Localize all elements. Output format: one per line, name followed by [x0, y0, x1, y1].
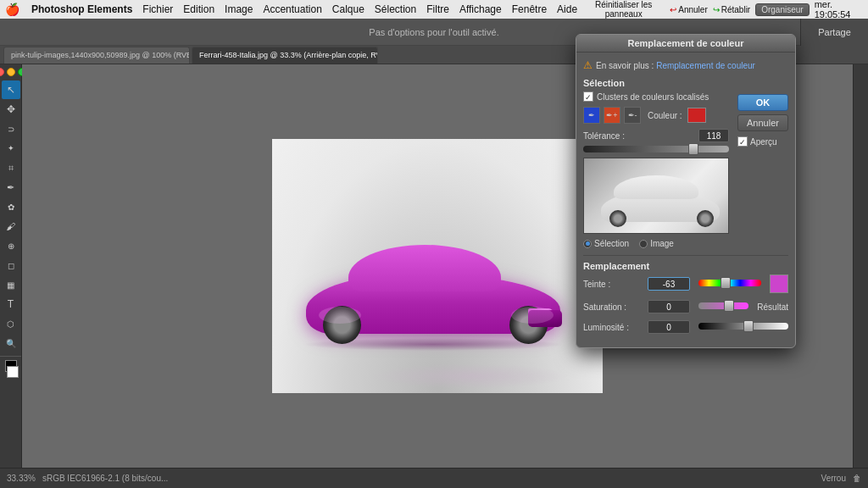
tool-gradient[interactable]: ▦ [2, 275, 20, 294]
tolerance-thumb[interactable] [688, 143, 698, 155]
saturation-slider[interactable] [698, 302, 748, 309]
trash-icon[interactable]: 🗑 [853, 474, 861, 483]
org-panel: Partage [800, 19, 868, 46]
annuler-button[interactable]: ↩Annuler [670, 5, 707, 14]
right-panel [853, 64, 868, 468]
tool-magic[interactable]: ✦ [2, 139, 20, 158]
radio-selection[interactable]: Sélection [583, 239, 629, 248]
zoom-level: 33.33% [7, 474, 36, 483]
eyedropper-tool-2[interactable]: ✒+ [604, 107, 620, 124]
help-icon: ⚠ [583, 59, 593, 71]
menu-accentuation[interactable]: Accentuation [263, 3, 321, 15]
radio-image[interactable]: Image [639, 239, 674, 248]
teinte-value-box[interactable]: -63 [648, 277, 690, 291]
tool-crop[interactable]: ⌗ [2, 158, 20, 177]
saturation-label: Saturation : [583, 302, 643, 312]
menu-aide[interactable]: Aide [557, 3, 577, 15]
couleur-label: Couleur : [648, 111, 682, 120]
tool-lasso[interactable]: ⊃ [2, 119, 20, 138]
help-link[interactable]: Remplacement de couleur [656, 61, 755, 70]
radio-selection-label: Sélection [594, 239, 629, 248]
tool-clone[interactable]: ⊕ [2, 236, 20, 255]
radio-row: Sélection Image [583, 239, 729, 248]
lock-label: Verrou [821, 474, 846, 483]
menu-photoshop[interactable]: Photoshop Elements [31, 3, 132, 15]
resultat-label-2: Résultat [757, 302, 788, 312]
tolerance-slider[interactable] [583, 146, 729, 152]
apple-menu[interactable]: 🍎 [5, 3, 19, 16]
ok-button[interactable]: OK [737, 94, 788, 111]
preview-car [597, 169, 724, 229]
radio-image-btn[interactable] [639, 240, 648, 248]
apercu-checkbox[interactable]: Aperçu [737, 135, 788, 148]
cancel-dialog-button[interactable]: Annuler [737, 114, 788, 131]
partage-label: Partage [818, 27, 851, 37]
menu-bar: 🍎 Photoshop Elements Fichier Edition Ima… [0, 0, 868, 19]
teinte-row: Teinte : -63 Résultat [583, 274, 788, 293]
couleur-swatch[interactable] [687, 108, 706, 123]
saturation-value-box[interactable]: 0 [648, 300, 690, 313]
radio-selection-btn[interactable] [583, 240, 592, 248]
menu-image[interactable]: Image [225, 3, 253, 15]
retablir-button[interactable]: ↪Rétablir [713, 5, 750, 14]
eyedropper-tool-1[interactable]: ✒ [583, 107, 600, 124]
tab-1-label: Ferrari-458-Italia.jpg @ 33.3% (Arrière-… [199, 51, 378, 59]
tool-brush[interactable]: 🖌 [2, 217, 20, 236]
reset-panels-button[interactable]: Réinitialiser les panneaux [582, 0, 665, 19]
left-toolbox: ↖ ✥ ⊃ ✦ ⌗ ✒ ✿ 🖌 ⊕ ◻ ▦ T ⬡ 🔍 [0, 64, 22, 468]
clock: mer. 19:05:54 [815, 0, 863, 19]
luminosite-thumb[interactable] [743, 320, 754, 332]
eyedropper-tool-3[interactable]: ✒- [624, 107, 641, 124]
tool-shape[interactable]: ⬡ [2, 314, 20, 333]
teinte-thumb[interactable] [721, 277, 731, 289]
menu-fichier[interactable]: Fichier [142, 3, 173, 15]
menu-filtre[interactable]: Filtre [426, 3, 449, 15]
tool-heal[interactable]: ✿ [2, 197, 20, 216]
luminosite-row: Luminosité : 0 [583, 320, 788, 334]
dialog-titlebar: Remplacement de couleur [576, 35, 795, 53]
color-profile: sRGB IEC61966-2.1 (8 bits/cou... [42, 474, 168, 483]
tolerance-label: Tolérance : [583, 131, 625, 141]
help-row: ⚠ En savoir plus : Remplacement de coule… [583, 59, 788, 71]
color-bg[interactable] [7, 366, 19, 378]
tolerance-value[interactable]: 118 [698, 129, 729, 142]
luminosite-slider[interactable] [698, 323, 788, 330]
luminosite-value-box[interactable]: 0 [648, 320, 690, 334]
clusters-label: Clusters de couleurs localisés [597, 92, 709, 102]
luminosite-label: Luminosité : [583, 323, 643, 332]
menu-fenetre[interactable]: Fenêtre [512, 3, 547, 15]
tab-0-label: pink-tulip-images,1440x900,50989.jpg @ 1… [11, 51, 190, 59]
tab-0[interactable]: pink-tulip-images,1440x900,50989.jpg @ 1… [3, 47, 190, 64]
tool-select[interactable]: ↖ [2, 80, 20, 99]
radio-image-label: Image [650, 239, 674, 248]
color-tools-row: ✒ ✒+ ✒- Couleur : [583, 107, 729, 124]
tolerance-row: Tolérance : 118 [583, 129, 729, 142]
status-bar: 33.33% sRGB IEC61966-2.1 (8 bits/cou... … [0, 468, 868, 488]
menu-selection[interactable]: Sélection [375, 3, 416, 15]
replacement-title: Remplacement [583, 261, 788, 271]
apercu-check[interactable] [737, 136, 748, 147]
color-replace-dialog: Remplacement de couleur OK Annuler Aperç… [576, 34, 796, 348]
help-prefix: En savoir plus : [596, 61, 654, 70]
menu-edition[interactable]: Edition [183, 3, 214, 15]
dialog-title: Remplacement de couleur [628, 38, 744, 48]
clusters-checkbox[interactable] [583, 92, 593, 102]
tool-text[interactable]: T [2, 295, 20, 313]
teinte-label: Teinte : [583, 280, 643, 289]
canvas-image [272, 139, 603, 393]
win-close[interactable] [0, 68, 4, 76]
win-min[interactable] [7, 68, 15, 76]
resultat-swatch[interactable] [770, 274, 788, 293]
tool-zoom[interactable]: 🔍 [2, 334, 20, 352]
saturation-thumb[interactable] [724, 300, 734, 312]
tool-eyedropper[interactable]: ✒ [2, 178, 20, 197]
menu-affichage[interactable]: Affichage [459, 3, 502, 15]
menu-calque[interactable]: Calque [332, 3, 364, 15]
menu-right: Réinitialiser les panneaux ↩Annuler ↪Rét… [582, 0, 863, 19]
tool-eraser[interactable]: ◻ [2, 256, 20, 274]
teinte-slider[interactable] [698, 280, 761, 286]
tool-move[interactable]: ✥ [2, 100, 20, 119]
organiseur-button[interactable]: Organiseur [755, 3, 809, 16]
section-title: Sélection [583, 78, 729, 88]
tab-1[interactable]: Ferrari-458-Italia.jpg @ 33.3% (Arrière-… [192, 47, 378, 64]
